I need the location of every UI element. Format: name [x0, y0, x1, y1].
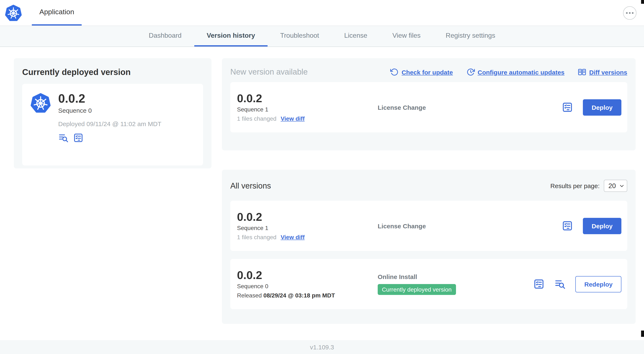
- deploy-logs-icon: [554, 279, 566, 289]
- view-diff-link[interactable]: View diff: [280, 234, 304, 240]
- currently-deployed-title: Currently deployed version: [22, 68, 203, 77]
- app-nav-application-label: Application: [39, 8, 74, 16]
- tab-version-history[interactable]: Version history: [194, 26, 268, 47]
- refresh-icon: [390, 68, 399, 76]
- files-changed: 1 files changed: [237, 234, 276, 240]
- tab-license[interactable]: License: [332, 26, 380, 47]
- currently-deployed-version-card: 0.0.2 Sequence 0 Deployed 09/11/24 @ 11:…: [22, 84, 203, 165]
- tab-troubleshoot[interactable]: Troubleshoot: [268, 26, 332, 47]
- diff-icon: [578, 68, 586, 76]
- more-options-button[interactable]: [623, 6, 636, 20]
- released-timestamp: Released 08/29/24 @ 03:18 pm MDT: [237, 292, 378, 299]
- screenshot-stage: Application Dashboard Version history Tr…: [0, 0, 644, 354]
- deploy-logs-button[interactable]: [58, 133, 68, 143]
- kots-admin-console: Application Dashboard Version history Tr…: [0, 0, 644, 354]
- currently-deployed-badge: Currently deployed version: [378, 284, 456, 295]
- kubernetes-logo-icon: [5, 0, 22, 26]
- new-version-row: 0.0.2 Sequence 1 1 files changed View di…: [230, 82, 627, 132]
- new-version-title: New version available: [230, 68, 308, 77]
- deploy-logs-button[interactable]: [554, 279, 566, 289]
- app-icon: [30, 93, 51, 113]
- currently-deployed-card: Currently deployed version 0.0.2 Sequenc…: [14, 58, 212, 168]
- app-nav-application[interactable]: Application: [32, 0, 82, 26]
- all-versions-card: All versions Results per page: 20: [222, 170, 636, 324]
- tab-registry-settings[interactable]: Registry settings: [433, 26, 508, 47]
- version-number: 0.0.2: [237, 269, 378, 281]
- app-footer: v1.109.3: [0, 340, 644, 354]
- configure-automatic-updates-link[interactable]: Configure automatic updates: [466, 68, 564, 76]
- scrollbar-thumb[interactable]: [641, 0, 644, 4]
- redeploy-button[interactable]: Redeploy: [576, 276, 622, 292]
- preflight-checks-button[interactable]: [562, 102, 573, 113]
- version-sequence: Sequence 0: [237, 283, 378, 289]
- main-content: Currently deployed version 0.0.2 Sequenc…: [0, 47, 644, 324]
- deployed-version-number: 0.0.2: [58, 92, 92, 105]
- preflight-checks-icon: [562, 102, 573, 113]
- console-version: v1.109.3: [310, 343, 334, 351]
- diff-versions-link[interactable]: Diff versions: [578, 68, 627, 76]
- files-changed: 1 files changed: [237, 115, 276, 122]
- deploy-logs-icon: [58, 133, 68, 143]
- preflight-checks-icon: [562, 220, 573, 231]
- deploy-button[interactable]: Deploy: [583, 218, 622, 234]
- deploy-button[interactable]: Deploy: [583, 99, 622, 115]
- results-per-page-select[interactable]: 20: [604, 180, 627, 192]
- deployed-sequence: Sequence 0: [58, 107, 92, 114]
- right-column: New version available Check for update C…: [222, 58, 636, 324]
- preflight-checks-icon: [534, 279, 544, 289]
- view-diff-link[interactable]: View diff: [280, 115, 304, 122]
- auto-update-icon: [466, 68, 475, 76]
- version-source: Online Install: [378, 273, 534, 280]
- preflight-checks-icon: [73, 133, 83, 143]
- check-for-update-link[interactable]: Check for update: [390, 68, 453, 76]
- scrollbar-thumb[interactable]: [641, 330, 644, 337]
- version-row: 0.0.2 Sequence 0 Released 08/29/24 @ 03:…: [230, 259, 627, 309]
- version-number: 0.0.2: [237, 211, 378, 223]
- version-source: License Change: [378, 222, 562, 229]
- tab-view-files[interactable]: View files: [380, 26, 433, 47]
- version-number: 0.0.2: [237, 93, 378, 105]
- deployed-timestamp: Deployed 09/11/24 @ 11:02 am MDT: [58, 120, 195, 128]
- version-row: 0.0.2 Sequence 1 1 files changed View di…: [230, 201, 627, 251]
- preflight-checks-button[interactable]: [73, 133, 83, 143]
- all-versions-title: All versions: [230, 181, 271, 190]
- ellipsis-icon: [626, 12, 628, 14]
- page-tabs: Dashboard Version history Troubleshoot L…: [0, 26, 644, 47]
- version-source: License Change: [378, 104, 562, 111]
- app-header: Application: [0, 0, 644, 26]
- version-sequence: Sequence 1: [237, 106, 378, 113]
- version-sequence: Sequence 1: [237, 225, 378, 231]
- results-per-page-label: Results per page:: [550, 182, 600, 189]
- tab-dashboard[interactable]: Dashboard: [136, 26, 194, 47]
- preflight-checks-button[interactable]: [562, 220, 573, 231]
- preflight-checks-button[interactable]: [534, 279, 544, 289]
- new-version-card: New version available Check for update C…: [222, 58, 636, 150]
